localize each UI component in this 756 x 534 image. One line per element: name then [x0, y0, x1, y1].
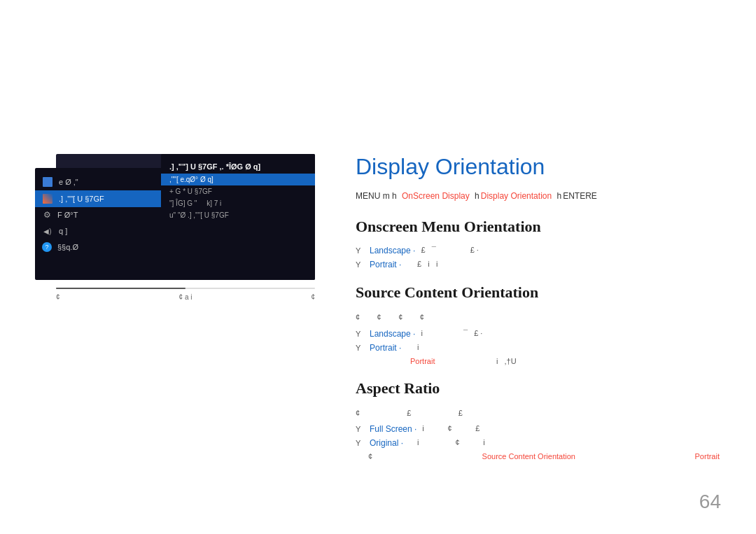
right-panel: Display Orientation MENU m h OnScreen Di… — [342, 140, 734, 489]
submenu-row-1: + G * U §7GF — [161, 185, 315, 197]
aspect-note-mid — [581, 452, 690, 461]
onscreen-landscape-row: Y Landscape · £ ¯ £ · — [356, 246, 720, 255]
breadcrumb-sep-2: h — [557, 191, 562, 201]
tv-screen: e Ø ," .] ,""[ U §7GF ⚙ F Ø°T ◀) q ] ? §… — [35, 154, 329, 294]
onscreen-portrait-row: Y Portrait · £ i i — [356, 260, 720, 269]
aspect-note-prefix: ¢ — [368, 452, 477, 461]
submenu-row-highlighted: ,""[ e.qØ° Ø q] — [161, 174, 315, 185]
progress-label-left: ¢ — [56, 293, 60, 301]
original-label: Original · — [370, 438, 412, 448]
page-number: 64 — [699, 491, 721, 513]
source-landscape-desc: i ¯ £ · — [421, 329, 720, 337]
osd-label-3: F Ø°T — [57, 211, 78, 219]
progress-bar-area: ¢ ¢ a i ¢ — [56, 288, 315, 301]
progress-label-right: ¢ — [311, 293, 315, 301]
help-icon: ? — [42, 242, 52, 252]
breadcrumb-link-2: Display Orientation — [481, 191, 552, 201]
radio-source-landscape: Y — [356, 330, 364, 338]
breadcrumb-sep-1: h — [475, 191, 479, 201]
aspect-note-link2: Portrait — [695, 452, 720, 461]
section-aspect-ratio: Aspect Ratio ¢ £ £ Y Full Screen · i ¢ £… — [356, 379, 720, 461]
submenu-title: .] ,""] U §7GF ,. *ÎØG Ø q] — [161, 160, 315, 174]
radio-original: Y — [356, 439, 364, 447]
osd-label-2: .] ,""[ U §7GF — [59, 195, 104, 203]
osd-submenu: .] ,""] U §7GF ,. *ÎØG Ø q] ,""[ e.qØ° Ø… — [161, 154, 315, 280]
tv-panel: e Ø ," .] ,""[ U §7GF ⚙ F Ø°T ◀) q ] ? §… — [35, 154, 329, 308]
section-source-content: Source Content Orientation ¢ ¢ ¢ ¢ Y Lan… — [356, 283, 720, 365]
source-landscape-label: Landscape · — [370, 329, 415, 339]
breadcrumb-prefix: MENU m h — [356, 191, 397, 201]
source-content-title: Source Content Orientation — [356, 283, 720, 302]
fullscreen-label: Full Screen · — [370, 424, 416, 434]
fullscreen-row: Y Full Screen · i ¢ £ — [356, 424, 720, 434]
progress-track — [56, 288, 315, 289]
original-desc: i ¢ i — [417, 438, 720, 447]
radio-fullscreen: Y — [356, 425, 364, 433]
breadcrumb-link-1: OnScreen Display — [402, 191, 470, 201]
progress-label-center: ¢ a i — [179, 293, 192, 301]
source-portrait-row: Y Portrait · i — [356, 343, 720, 353]
source-landscape-row: Y Landscape · i ¯ £ · — [356, 329, 720, 339]
landscape-desc: £ ¯ £ · — [421, 246, 720, 254]
portrait-label: Portrait · — [370, 260, 412, 269]
portrait-desc: £ i i — [417, 260, 720, 268]
submenu-row-2: "] ÎG] G " k] 7 i — [161, 197, 315, 209]
osd-label-4: q ] — [59, 227, 67, 235]
sound-icon: ◀) — [42, 225, 53, 237]
osd-icon-2 — [42, 193, 53, 204]
aspect-note-link1: Source Content Orientation — [482, 452, 575, 461]
onscreen-menu-title: Onscreen Menu Orientation — [356, 218, 720, 236]
osd-icon-1 — [42, 176, 53, 188]
submenu-row-3: u" "Ø .] ,""[ U §7GF — [161, 209, 315, 221]
portrait-note-row: Portrait i ,†U — [356, 357, 720, 365]
original-row: Y Original · i ¢ i — [356, 438, 720, 448]
progress-fill — [56, 288, 186, 289]
fullscreen-desc: i ¢ £ — [422, 424, 720, 433]
portrait-note-suffix: i ,†U — [440, 357, 720, 365]
radio-source-portrait: Y — [356, 344, 364, 352]
radio-portrait: Y — [356, 260, 364, 269]
page-title: Display Orientation — [356, 154, 720, 180]
source-portrait-desc: i — [417, 343, 720, 351]
gear-icon: ⚙ — [42, 210, 52, 220]
source-content-note: ¢ ¢ ¢ ¢ — [356, 311, 720, 323]
aspect-ratio-note: ¢ £ £ — [356, 407, 720, 419]
portrait-note: Portrait — [410, 357, 435, 365]
progress-labels: ¢ ¢ a i ¢ — [56, 293, 315, 301]
radio-landscape: Y — [356, 246, 364, 255]
breadcrumb: MENU m h OnScreen Display h Display Orie… — [356, 191, 720, 201]
aspect-note-row: ¢ Source Content Orientation Portrait — [356, 452, 720, 461]
breadcrumb-suffix: ENTERE — [563, 191, 597, 201]
osd-label-1: e Ø ," — [59, 178, 78, 186]
landscape-label: Landscape · — [370, 246, 415, 255]
aspect-ratio-title: Aspect Ratio — [356, 379, 720, 398]
source-portrait-label: Portrait · — [370, 343, 412, 353]
osd-label-5: §§q.Ø — [57, 243, 78, 251]
section-onscreen-menu: Onscreen Menu Orientation Y Landscape · … — [356, 218, 720, 269]
